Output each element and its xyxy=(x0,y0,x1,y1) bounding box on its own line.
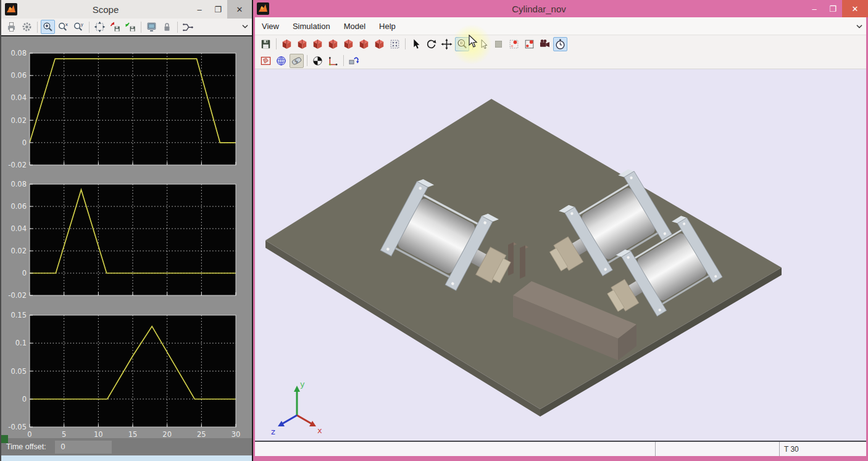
autoscale-icon[interactable] xyxy=(93,20,107,34)
status-cell-time: T 30 xyxy=(780,442,866,456)
axis-y-label: y xyxy=(300,379,305,389)
svg-text:-0.02: -0.02 xyxy=(8,161,27,169)
svg-text:25: 25 xyxy=(197,430,206,439)
floating-scope-icon[interactable] xyxy=(144,20,159,34)
svg-text:0.06: 0.06 xyxy=(10,71,27,80)
scope-minimize-button[interactable]: – xyxy=(190,0,209,19)
model-statusbar: T 30 xyxy=(255,441,866,456)
menu-simulation[interactable]: Simulation xyxy=(286,22,337,31)
toolbar-separator xyxy=(141,22,141,33)
svg-text:0.05: 0.05 xyxy=(10,367,27,376)
toolbar-separator xyxy=(177,22,178,33)
cube-view-6-icon[interactable] xyxy=(357,37,371,51)
signal-selector-icon[interactable] xyxy=(181,20,195,34)
toolbar-separator xyxy=(276,38,277,49)
toolbar-separator xyxy=(307,55,307,66)
svg-text:20: 20 xyxy=(162,430,172,439)
svg-text:0.06: 0.06 xyxy=(10,202,27,211)
scope-toolbar: xy xyxy=(1,19,252,36)
fit-to-view-icon[interactable] xyxy=(388,37,402,51)
screen: Scope – ❐ ✕ xy 0.080.060.040.020-0.02 0.… xyxy=(0,0,868,461)
model-toolbar-row1 xyxy=(255,35,866,53)
menu-view[interactable]: View xyxy=(255,22,286,31)
3d-viewport[interactable]: y x z xyxy=(255,69,866,441)
model-menubar: View Simulation Model Help xyxy=(255,17,866,35)
svg-text:0.08: 0.08 xyxy=(10,180,27,188)
cube-view-5-icon[interactable] xyxy=(341,37,356,51)
axis-triad: y x z xyxy=(271,379,322,436)
update-machine-icon[interactable] xyxy=(347,54,361,68)
cube-view-1-icon[interactable] xyxy=(280,37,294,51)
scope-plot-2[interactable]: 0.080.060.040.020-0.02 xyxy=(1,184,248,298)
svg-text:0.04: 0.04 xyxy=(10,224,27,233)
scope-plot-1[interactable]: 0.080.060.040.020-0.02 xyxy=(1,53,248,167)
pan-view-icon[interactable] xyxy=(440,37,454,51)
svg-text:5: 5 xyxy=(62,430,66,439)
zoom-x-icon[interactable]: x xyxy=(56,20,70,34)
svg-text:0.15: 0.15 xyxy=(10,311,27,319)
machine-display-dashed-icon[interactable] xyxy=(507,37,521,51)
model-maximize-button[interactable]: ❐ xyxy=(824,0,842,17)
cube-view-2-icon[interactable] xyxy=(295,37,309,51)
record-animation-icon[interactable] xyxy=(538,37,552,51)
print-icon[interactable] xyxy=(4,20,19,34)
realtime-animation-icon[interactable] xyxy=(553,37,567,51)
toolbar-overflow-icon[interactable] xyxy=(241,22,249,31)
svg-text:-0.05: -0.05 xyxy=(8,423,27,431)
cube-view-4-icon[interactable] xyxy=(326,37,340,51)
model-close-button[interactable]: ✕ xyxy=(842,0,868,17)
model-window: Cylindar_nov – ❐ ✕ View Simulation Model… xyxy=(253,0,868,461)
model-minimize-button[interactable]: – xyxy=(805,0,824,17)
select-mode-icon[interactable] xyxy=(409,37,423,51)
model-window-title: Cylindar_nov xyxy=(273,4,805,14)
cube-view-7-icon[interactable] xyxy=(372,37,386,51)
scope-plot-3[interactable]: 0.150.10.050-0.05051015202530 xyxy=(1,315,248,441)
scope-statusbar: Time offset: 0 xyxy=(1,438,252,455)
status-cell-2 xyxy=(656,442,780,456)
zoom-icon[interactable] xyxy=(41,20,55,34)
zoom-y-icon[interactable]: y xyxy=(72,20,86,34)
toolbar-separator xyxy=(89,22,90,33)
save-icon[interactable] xyxy=(259,37,273,51)
wireframe-display-icon[interactable] xyxy=(274,54,288,68)
scope-bottom-border xyxy=(1,455,252,461)
menu-help[interactable]: Help xyxy=(372,22,403,31)
coordinate-frames-display-icon[interactable] xyxy=(326,54,340,68)
time-offset-label: Time offset: xyxy=(6,442,46,451)
menu-model[interactable]: Model xyxy=(337,22,372,31)
matlab-icon xyxy=(5,3,17,15)
svg-text:0: 0 xyxy=(22,395,27,404)
svg-text:0: 0 xyxy=(22,138,27,147)
lock-axes-icon[interactable] xyxy=(160,20,174,34)
restore-axes-settings-icon[interactable] xyxy=(123,20,138,34)
cube-view-3-icon[interactable] xyxy=(311,37,325,51)
convex-hull-display-icon[interactable] xyxy=(259,54,273,68)
toolbar-separator xyxy=(37,22,38,33)
scope-titlebar[interactable]: Scope – ❐ ✕ xyxy=(1,0,252,19)
stop-display-icon[interactable] xyxy=(491,37,506,51)
model-titlebar[interactable]: Cylindar_nov – ❐ ✕ xyxy=(253,0,868,17)
toolbar-separator xyxy=(405,38,406,49)
svg-text:15: 15 xyxy=(128,430,138,439)
scope-window-title: Scope xyxy=(21,4,190,15)
menubar-overflow-icon[interactable] xyxy=(855,22,864,31)
svg-text:-0.02: -0.02 xyxy=(8,291,27,300)
svg-text:0.1: 0.1 xyxy=(15,339,27,347)
axis-x-label: x xyxy=(317,426,322,435)
svg-text:0.02: 0.02 xyxy=(10,247,27,255)
save-axes-settings-icon[interactable] xyxy=(108,20,122,34)
svg-text:0: 0 xyxy=(22,269,27,277)
rotate-view-icon[interactable] xyxy=(424,37,438,51)
svg-text:0.08: 0.08 xyxy=(10,49,27,57)
mouse-cursor xyxy=(467,35,480,48)
svg-text:0.02: 0.02 xyxy=(10,116,27,125)
parameters-icon[interactable] xyxy=(20,20,34,34)
svg-text:x: x xyxy=(65,22,68,27)
machine-display-solid-icon[interactable] xyxy=(522,37,536,51)
svg-text:10: 10 xyxy=(94,430,103,439)
ellipsoid-display-icon[interactable]: S xyxy=(290,54,304,68)
machine-scene: y x z xyxy=(255,69,866,441)
scope-close-button[interactable]: ✕ xyxy=(227,0,252,19)
scope-maximize-button[interactable]: ❐ xyxy=(209,0,227,19)
cg-display-icon[interactable] xyxy=(311,54,325,68)
